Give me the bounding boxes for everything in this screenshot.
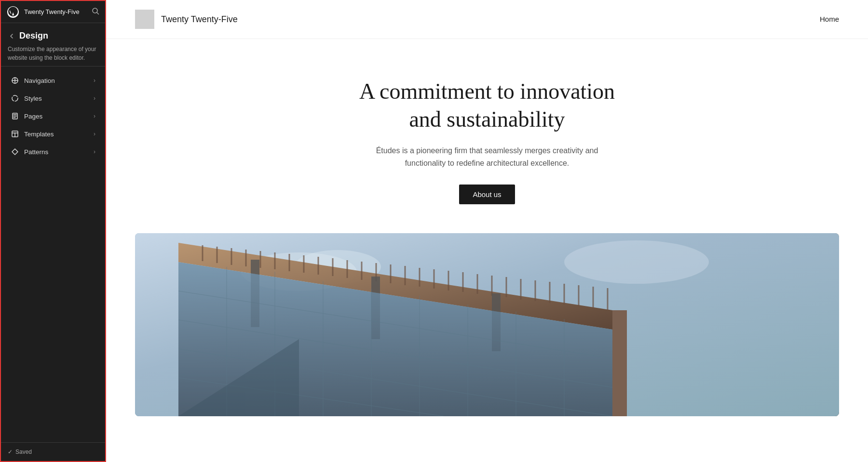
- patterns-label: Patterns: [24, 148, 94, 156]
- sidebar-topbar: Twenty Twenty-Five: [1, 1, 105, 23]
- design-back-button[interactable]: [8, 32, 15, 40]
- sidebar-footer: ✓ Saved: [1, 442, 105, 461]
- patterns-icon: [11, 147, 19, 156]
- navigation-icon: [11, 76, 19, 85]
- navigation-label: Navigation: [24, 77, 94, 84]
- preview-hero-title: A commitment to innovationand sustainabi…: [135, 78, 839, 133]
- preview-nav-home[interactable]: Home: [820, 15, 839, 23]
- preview-logo-area: Twenty Twenty-Five: [135, 10, 238, 29]
- sidebar-item-pages[interactable]: Pages ›: [4, 107, 102, 125]
- search-icon[interactable]: [92, 7, 99, 16]
- saved-check-icon: ✓: [8, 449, 13, 455]
- sidebar-item-templates[interactable]: Templates ›: [4, 125, 102, 143]
- sidebar-item-styles[interactable]: Styles ›: [4, 90, 102, 107]
- sidebar-item-navigation[interactable]: Navigation ›: [4, 72, 102, 89]
- main-preview: Twenty Twenty-Five Home A commitment to …: [106, 0, 868, 462]
- wp-logo: [7, 6, 19, 18]
- pages-label: Pages: [24, 113, 94, 120]
- preview-hero: A commitment to innovationand sustainabi…: [106, 39, 868, 233]
- templates-label: Templates: [24, 131, 94, 138]
- sidebar-item-patterns[interactable]: Patterns ›: [4, 143, 102, 160]
- design-title: Design: [19, 31, 48, 41]
- pages-chevron: ›: [94, 113, 95, 119]
- patterns-chevron: ›: [94, 148, 95, 155]
- svg-point-18: [564, 240, 709, 284]
- preview-logo-box: [135, 10, 154, 29]
- preview-site-title: Twenty Twenty-Five: [161, 14, 238, 25]
- design-subtitle: Customize the appearance of your website…: [8, 45, 98, 62]
- preview-building-image: [135, 233, 839, 416]
- preview-site-header: Twenty Twenty-Five Home: [106, 0, 868, 39]
- navigation-chevron: ›: [94, 77, 95, 84]
- design-header: Design Customize the appearance of your …: [1, 23, 105, 66]
- styles-label: Styles: [24, 95, 94, 102]
- templates-chevron: ›: [94, 131, 95, 137]
- pages-icon: [11, 112, 19, 120]
- saved-status: Saved: [15, 449, 32, 455]
- svg-marker-14: [12, 149, 18, 155]
- styles-icon: [11, 94, 19, 103]
- sidebar: Twenty Twenty-Five Design Customize the …: [0, 0, 106, 462]
- site-name: Twenty Twenty-Five: [24, 8, 80, 15]
- templates-icon: [11, 130, 19, 138]
- svg-rect-66: [612, 310, 627, 416]
- styles-chevron: ›: [94, 95, 95, 102]
- svg-line-2: [97, 13, 99, 14]
- svg-point-6: [12, 95, 18, 101]
- sidebar-nav: Navigation › Styles › Pages ›: [1, 66, 105, 442]
- about-us-button[interactable]: About us: [459, 185, 515, 204]
- preview-hero-subtitle: Études is a pioneering firm that seamles…: [366, 145, 608, 169]
- preview-nav: Home: [820, 15, 839, 24]
